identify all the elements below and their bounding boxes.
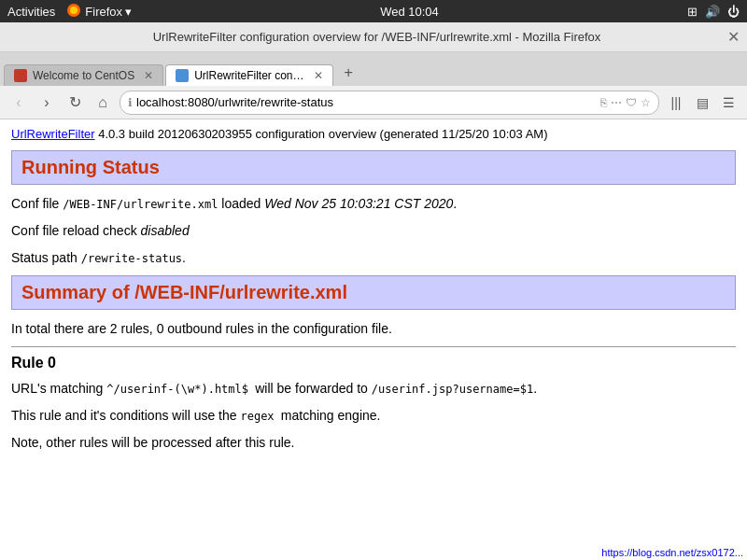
conf-file-date: Wed Nov 25 10:03:21 CST 2020 bbox=[264, 196, 453, 211]
page-content: UrlRewriteFilter 4.0.3 build 20120630203… bbox=[0, 119, 747, 555]
conf-file-prefix: Conf file bbox=[11, 196, 59, 211]
rule0-engine-suffix: matching engine. bbox=[281, 408, 381, 423]
rule0-urls-prefix: URL's matching bbox=[11, 381, 103, 396]
network-icon[interactable]: ⊞ bbox=[687, 5, 698, 19]
shield-icon: 🛡 bbox=[626, 96, 637, 109]
reload-check-prefix: Conf file reload check bbox=[11, 223, 137, 238]
system-bar-left: Activities Firefox ▾ bbox=[7, 3, 132, 21]
system-bar: Activities Firefox ▾ Wed 10:04 ⊞ 🔊 ⏻ bbox=[0, 0, 747, 22]
firefox-icon bbox=[66, 3, 81, 21]
browser-title: UrlRewriteFilter configuration overview … bbox=[26, 30, 727, 44]
url-box: ℹ ⎘ ⋯ 🛡 ☆ bbox=[120, 91, 659, 115]
rule0-engine-keyword: regex bbox=[240, 410, 280, 423]
rule0-mid: will be bbox=[255, 381, 291, 396]
rule0-title: Rule 0 bbox=[11, 355, 736, 371]
sidebar-icon[interactable]: ▤ bbox=[691, 91, 713, 114]
tab-welcome-centos[interactable]: Welcome to CentOS ✕ bbox=[4, 64, 163, 86]
summary-heading: Summary of /WEB-INF/urlrewrite.xml bbox=[11, 275, 736, 310]
svg-point-1 bbox=[70, 7, 78, 14]
summary-text: In total there are 2 rules, 0 outbound r… bbox=[11, 319, 736, 339]
url-input[interactable] bbox=[136, 95, 597, 109]
rule0-urls-line: URL's matching ^/userinf-(\w*).html$ wil… bbox=[11, 379, 736, 399]
rule0-to-prefix: to bbox=[357, 381, 368, 396]
tab-label-centos: Welcome to CentOS bbox=[33, 69, 134, 82]
new-tab-button[interactable]: + bbox=[335, 60, 361, 86]
conf-file-path: /WEB-INF/urlrewrite.xml bbox=[63, 198, 218, 211]
rule0-to-path: /userinf.jsp?username=$1 bbox=[372, 383, 533, 396]
tab-favicon-urlrewrite bbox=[176, 69, 189, 82]
tab-label-urlrewrite: UrlRewriteFilter configura... bbox=[194, 69, 304, 82]
rule0-note: Note, other rules will be processed afte… bbox=[11, 433, 736, 453]
menu-icon[interactable]: ☰ bbox=[717, 91, 740, 114]
browser-close-button[interactable]: ✕ bbox=[727, 28, 740, 46]
star-icon[interactable]: ☆ bbox=[641, 96, 651, 109]
status-path-value: /rewrite-status bbox=[81, 252, 182, 265]
rule0-engine-line: This rule and it's conditions will use t… bbox=[11, 406, 736, 426]
rule0-action: forwarded bbox=[295, 381, 357, 396]
activities-button[interactable]: Activities bbox=[7, 5, 55, 19]
bookmarks-icon[interactable]: ||| bbox=[665, 91, 687, 114]
rule0-regex: ^/userinf-(\w*).html$ bbox=[106, 383, 255, 396]
conf-file-suffix: loaded bbox=[221, 196, 264, 211]
overflow-menu-icon[interactable]: ⋯ bbox=[611, 96, 622, 109]
status-bar-url: https://blog.csdn.net/zsx0172... bbox=[598, 545, 747, 560]
status-path-line: Status path /rewrite-status. bbox=[11, 248, 736, 268]
tab-favicon-centos bbox=[14, 69, 27, 82]
forward-button[interactable]: › bbox=[35, 91, 58, 114]
running-status-title: Running Status bbox=[21, 157, 726, 178]
lock-icon: ℹ bbox=[128, 96, 133, 109]
status-path-prefix: Status path bbox=[11, 250, 78, 265]
address-bar: ‹ › ↻ ⌂ ℹ ⎘ ⋯ 🛡 ☆ ||| ▤ ☰ bbox=[0, 86, 747, 119]
section-divider bbox=[11, 346, 736, 347]
browser-title-bar: UrlRewriteFilter configuration overview … bbox=[0, 22, 747, 52]
power-icon[interactable]: ⏻ bbox=[727, 5, 740, 19]
rule0-engine-prefix: This rule and it's conditions will use t… bbox=[11, 408, 237, 423]
conf-file-line: Conf file /WEB-INF/urlrewrite.xml loaded… bbox=[11, 194, 736, 214]
tab-bar: Welcome to CentOS ✕ UrlRewriteFilter con… bbox=[0, 52, 747, 86]
bookmark-copy-icon[interactable]: ⎘ bbox=[600, 96, 607, 109]
urlrewritefilter-link[interactable]: UrlRewriteFilter bbox=[11, 127, 95, 141]
reload-check-line: Conf file reload check disabled bbox=[11, 221, 736, 241]
volume-icon[interactable]: 🔊 bbox=[705, 5, 720, 19]
summary-title: Summary of /WEB-INF/urlrewrite.xml bbox=[21, 282, 726, 303]
tab-close-urlrewrite[interactable]: ✕ bbox=[314, 69, 323, 82]
tab-urlrewrite[interactable]: UrlRewriteFilter configura... ✕ bbox=[165, 64, 333, 86]
tab-close-centos[interactable]: ✕ bbox=[144, 69, 153, 82]
firefox-menu[interactable]: Firefox ▾ bbox=[85, 5, 132, 19]
system-time: Wed 10:04 bbox=[132, 5, 687, 19]
back-button[interactable]: ‹ bbox=[7, 91, 30, 114]
page-header: UrlRewriteFilter 4.0.3 build 20120630203… bbox=[11, 127, 736, 141]
reload-button[interactable]: ↻ bbox=[63, 91, 86, 114]
toolbar-icons: ||| ▤ ☰ bbox=[665, 91, 740, 114]
home-button[interactable]: ⌂ bbox=[92, 91, 114, 114]
running-status-heading: Running Status bbox=[11, 150, 736, 185]
system-bar-right: ⊞ 🔊 ⏻ bbox=[687, 5, 740, 19]
page-header-text: 4.0.3 build 20120630203955 configuration… bbox=[95, 127, 548, 141]
reload-check-value: disabled bbox=[141, 223, 190, 238]
